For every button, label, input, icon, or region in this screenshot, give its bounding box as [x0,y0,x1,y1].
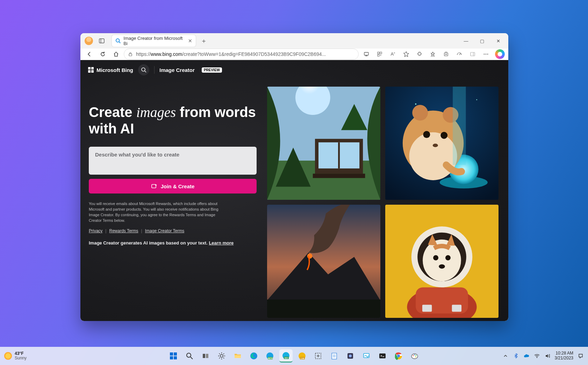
workspaces-icon[interactable] [97,36,106,45]
privacy-link[interactable]: Privacy [89,228,102,233]
profile-avatar[interactable] [85,37,93,45]
disclaimer-text: You will receive emails about Microsoft … [89,201,229,224]
url-field[interactable]: https://www.bing.com/create?toWww=1&redi… [124,49,359,60]
svg-rect-47 [267,300,380,318]
svg-point-43 [433,144,438,147]
svg-rect-61 [170,356,173,359]
edge-dev-icon[interactable]: DEV [279,349,293,363]
clock[interactable]: 10:28 AM 3/21/2023 [555,351,573,361]
weather-widget[interactable]: 43°F Sunny [4,351,27,360]
close-tab-icon[interactable]: ✕ [188,38,192,44]
join-create-button[interactable]: Join & Create [89,179,257,194]
sample-image-cabin[interactable] [267,87,380,200]
home-button[interactable] [110,49,122,60]
preview-badge: PREVIEW [202,67,222,73]
settings-taskbar-icon[interactable] [215,349,228,363]
ai-note: Image Creator generates AI images based … [89,240,257,246]
refresh-button[interactable] [97,49,108,60]
bluetooth-icon[interactable] [513,353,519,359]
tray-chevron-icon[interactable] [502,353,509,359]
svg-point-33 [476,99,477,100]
learn-more-link[interactable]: Learn more [209,240,234,246]
svg-point-103 [416,355,417,356]
chrome-icon[interactable] [392,349,405,363]
edge-canary-icon[interactable]: CAN [295,349,309,363]
svg-rect-9 [378,54,379,56]
titlebar: Image Creator from Microsoft Bi ✕ ＋ — ▢ … [80,33,508,49]
notifications-icon[interactable] [578,353,584,359]
svg-point-58 [439,264,445,269]
product-name: Image Creator [159,67,195,73]
rewards-terms-link[interactable]: Rewards Terms [109,228,138,233]
svg-point-99 [397,355,400,357]
svg-rect-97 [379,353,386,358]
bing-favicon-icon [115,38,121,44]
sample-image-hamster[interactable] [385,87,499,200]
edge-icon[interactable] [247,349,260,363]
svg-point-104 [415,357,416,358]
screen-icon[interactable] [361,49,372,60]
onedrive-icon[interactable] [523,353,530,359]
notepad-icon[interactable] [328,349,341,363]
whiteboard-icon[interactable] [360,349,373,363]
svg-rect-10 [380,55,381,56]
weather-cond: Sunny [15,356,27,360]
extensions-icon[interactable] [414,49,425,60]
paint-icon[interactable] [408,349,421,363]
performance-icon[interactable] [454,49,465,60]
svg-point-105 [537,357,537,358]
svg-point-63 [187,353,191,357]
qr-icon[interactable] [374,49,385,60]
url-text: https://www.bing.com/create?toWww=1&redi… [136,51,326,57]
snipping-tool-icon[interactable] [311,349,325,363]
task-view-icon[interactable] [199,349,212,363]
svg-rect-66 [206,354,208,358]
new-tab-button[interactable]: ＋ [199,36,209,46]
taskbar-center-icons: BETA DEV CAN [167,349,421,363]
policy-links: Privacy | Rewards Terms | Image Creator … [89,228,257,233]
sun-icon [4,352,12,360]
svg-point-21 [142,68,145,71]
collections-icon[interactable] [440,49,452,60]
page-content: Microsoft Bing Image Creator PREVIEW Cre… [80,60,508,321]
svg-rect-4 [129,54,132,56]
join-label: Join & Create [161,183,195,189]
copilot-preview-icon[interactable] [344,349,357,363]
svg-rect-60 [174,352,177,356]
read-aloud-icon[interactable]: A» [387,49,399,60]
logo-text: Microsoft Bing [96,67,133,73]
svg-rect-52 [452,305,461,312]
terminal-icon[interactable] [376,349,389,363]
svg-point-32 [415,103,416,105]
time-text: 10:28 AM [555,351,573,356]
volume-icon[interactable] [544,353,551,359]
maximize-button[interactable]: ▢ [474,33,490,49]
bing-chat-icon[interactable] [495,49,505,59]
minimize-button[interactable]: — [458,33,474,49]
browser-tab[interactable]: Image Creator from Microsoft Bi ✕ [112,35,196,47]
sample-image-astronaut-dog[interactable] [385,205,499,318]
svg-rect-62 [174,356,177,359]
creator-terms-link[interactable]: Image Creator Terms [145,228,184,233]
taskbar-search-icon[interactable] [183,349,196,363]
sample-image-volcano[interactable] [267,205,380,318]
more-menu-icon[interactable] [480,49,492,60]
svg-point-42 [440,132,447,139]
sidebar-icon[interactable] [467,49,478,60]
prompt-input[interactable]: Describe what you'd like to create [89,147,257,175]
lock-icon [128,52,132,56]
file-explorer-icon[interactable] [231,349,244,363]
start-button[interactable] [167,349,180,363]
svg-point-67 [220,355,223,357]
edge-beta-icon[interactable]: BETA [263,349,277,363]
wifi-icon[interactable] [534,353,540,359]
search-button[interactable] [138,64,149,75]
svg-point-19 [486,54,487,55]
favorite-star-icon[interactable] [401,49,412,60]
back-button[interactable] [84,49,95,60]
bing-logo[interactable]: Microsoft Bing [88,67,133,73]
close-window-button[interactable]: ✕ [490,33,506,49]
svg-rect-65 [203,354,205,358]
favorites-list-icon[interactable] [427,49,438,60]
svg-rect-16 [471,52,475,56]
